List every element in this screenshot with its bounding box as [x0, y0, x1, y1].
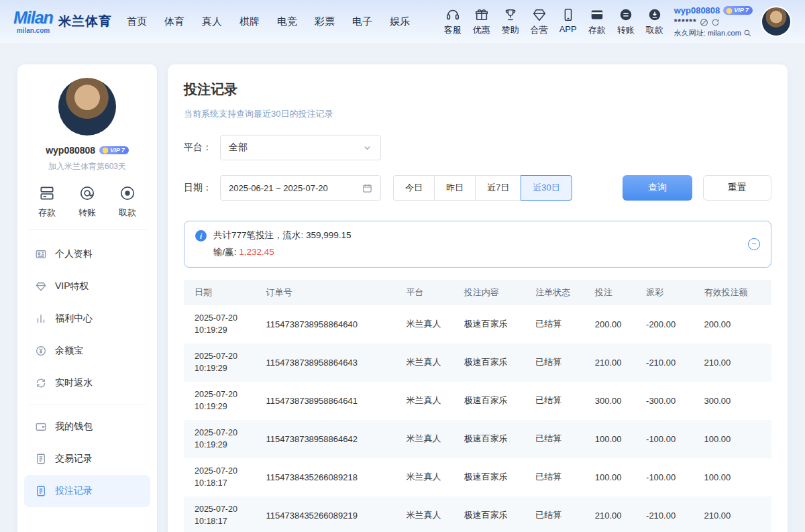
- refresh-icon: [35, 377, 47, 389]
- cell-status: 已结算: [529, 420, 588, 458]
- range-7days-button[interactable]: 近7日: [475, 175, 521, 201]
- logo-domain: milan.com: [17, 28, 50, 34]
- sidebar-item-welfare[interactable]: 福利中心: [24, 303, 150, 335]
- cell-order: 1154738435266089219: [260, 496, 400, 532]
- table-header-row: 日期 订单号 平台 投注内容 注单状态 投注 派彩 有效投注额: [184, 280, 771, 305]
- logo[interactable]: Milan milan.com 米兰体育: [13, 9, 112, 34]
- loss-value: 1,232.45: [239, 247, 274, 257]
- range-30days-button[interactable]: 近30日: [521, 175, 572, 201]
- partner-button[interactable]: 合营: [531, 7, 548, 36]
- support-button[interactable]: 客服: [444, 7, 462, 36]
- withdraw-quick-button[interactable]: 取款: [119, 184, 136, 219]
- deposit-button[interactable]: 存款: [588, 7, 606, 36]
- avatar[interactable]: [761, 6, 792, 37]
- platform-filter-row: 平台： 全部: [184, 135, 771, 160]
- cell-status: 已结算: [529, 343, 588, 382]
- date-range-input[interactable]: 2025-06-21 ~ 2025-07-20: [220, 175, 381, 201]
- nav-item-entertainment[interactable]: 娱乐: [390, 15, 410, 28]
- sidebar-item-wallet[interactable]: 我的钱包: [24, 411, 150, 443]
- cell-valid: 210.00: [697, 343, 771, 382]
- header-status: 注单状态: [529, 280, 588, 305]
- vip-badge: VIP 7: [723, 6, 753, 15]
- transfer-button[interactable]: 转账: [617, 7, 635, 36]
- divider: [28, 405, 146, 405]
- cell-date: 2025-07-20 10:18:17: [184, 496, 260, 532]
- quick-actions: 存款 转账 取款: [27, 184, 148, 219]
- platform-value: 全部: [229, 142, 248, 154]
- sidebar-item-bet-records[interactable]: 投注记录: [24, 475, 150, 507]
- cell-platform: 米兰真人: [399, 420, 457, 458]
- cell-content: 极速百家乐: [458, 496, 529, 532]
- date-filter-row: 日期： 2025-06-21 ~ 2025-07-20 今日 昨日 近7日 近3…: [184, 175, 771, 201]
- partner-label: 合营: [531, 24, 548, 36]
- nav-item-slots[interactable]: 电子: [352, 15, 372, 28]
- sponsor-label: 赞助: [502, 24, 519, 36]
- cell-bet: 100.00: [588, 458, 639, 496]
- sponsor-button[interactable]: 赞助: [502, 7, 519, 36]
- deposit-icon: [38, 184, 56, 202]
- topbar: Milan milan.com 米兰体育 首页 体育 真人 棋牌 电竞 彩票 电…: [0, 0, 805, 43]
- nav-item-esports[interactable]: 电竞: [277, 15, 297, 28]
- sidebar-item-profile[interactable]: 个人资料: [24, 238, 150, 270]
- withdraw-button[interactable]: 取款: [646, 7, 663, 36]
- search-icon[interactable]: [743, 29, 752, 38]
- platform-select[interactable]: 全部: [220, 135, 381, 160]
- date-label: 日期：: [184, 182, 220, 194]
- reset-button[interactable]: 重置: [703, 175, 771, 201]
- header-valid: 有效投注额: [697, 280, 771, 305]
- platform-label: 平台：: [184, 142, 220, 154]
- balance-masked: ******: [674, 17, 697, 28]
- cell-order: 1154738738958864642: [260, 420, 400, 458]
- nav-item-sports[interactable]: 体育: [164, 15, 184, 28]
- deposit-label: 存款: [588, 24, 606, 36]
- sidebar-username: wyp080808: [46, 145, 95, 156]
- shield-icon: [726, 7, 733, 14]
- avatar[interactable]: [58, 78, 116, 136]
- transfer-quick-button[interactable]: 转账: [78, 184, 96, 219]
- chevron-down-icon: [362, 143, 372, 153]
- transfer-coin-icon: [619, 7, 633, 22]
- promo-button[interactable]: 优惠: [473, 7, 490, 36]
- sidebar-item-transactions[interactable]: 交易记录: [24, 443, 150, 475]
- id-card-icon: [35, 248, 47, 260]
- app-button[interactable]: APP: [559, 7, 577, 34]
- sidebar-item-vip[interactable]: VIP特权: [24, 270, 150, 303]
- cell-bet: 210.00: [588, 343, 639, 382]
- eye-off-icon[interactable]: [700, 18, 708, 27]
- app-label: APP: [559, 24, 577, 34]
- cell-bet: 300.00: [588, 382, 639, 420]
- cell-platform: 米兰真人: [399, 382, 457, 420]
- table-row: 2025-07-20 10:18:17 1154738435266089218 …: [184, 458, 771, 496]
- deposit-quick-button[interactable]: 存款: [38, 184, 56, 219]
- bet-records-icon: [35, 485, 47, 497]
- sidebar-item-rebate[interactable]: 实时返水: [24, 367, 150, 399]
- header-content: 投注内容: [458, 280, 529, 305]
- document-icon: [35, 453, 47, 465]
- phone-icon: [561, 7, 576, 22]
- user-block: wyp080808 VIP 7 ****** 永久网址: milan.com: [674, 5, 753, 38]
- nav-item-chess[interactable]: 棋牌: [239, 15, 260, 28]
- coin-icon: [35, 345, 47, 357]
- cell-content: 极速百家乐: [458, 343, 529, 382]
- shield-icon: [102, 147, 109, 154]
- nav-item-lottery[interactable]: 彩票: [315, 15, 335, 28]
- info-icon: i: [195, 230, 207, 242]
- summary-line2: 输/赢: 1,232.45: [213, 246, 352, 259]
- refresh-icon[interactable]: [711, 18, 720, 27]
- nav-item-live[interactable]: 真人: [202, 15, 222, 28]
- nav-item-home[interactable]: 首页: [127, 15, 147, 28]
- wallet-icon: [35, 421, 47, 433]
- cell-platform: 米兰真人: [399, 305, 457, 343]
- cell-order: 1154738738958864641: [260, 382, 400, 420]
- username[interactable]: wyp080808: [674, 5, 720, 16]
- trophy-icon: [503, 7, 518, 22]
- sidebar-item-yuebao[interactable]: 余额宝: [24, 335, 150, 367]
- collapse-icon[interactable]: −: [748, 238, 760, 250]
- table-row: 2025-07-20 10:19:29 1154738738958864641 …: [184, 382, 771, 420]
- table-row: 2025-07-20 10:19:29 1154738738958864643 …: [184, 343, 771, 382]
- cell-payout: -200.00: [639, 305, 697, 343]
- cell-bet: 200.00: [588, 305, 639, 343]
- range-yesterday-button[interactable]: 昨日: [434, 175, 476, 201]
- search-button[interactable]: 查询: [623, 175, 692, 201]
- range-today-button[interactable]: 今日: [393, 175, 435, 201]
